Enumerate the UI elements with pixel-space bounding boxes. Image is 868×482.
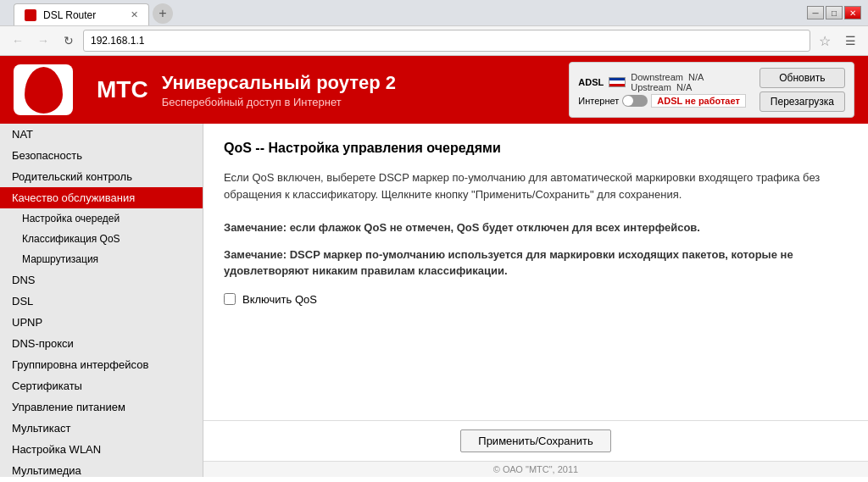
sidebar-item-routing[interactable]: Маршрутизация [0, 249, 203, 269]
adsl-label: ADSL [578, 77, 604, 87]
back-button[interactable]: ← [7, 30, 29, 52]
window-controls: ─ □ ✕ [807, 6, 861, 19]
content-wrapper: NAT Безопасность Родительский контроль К… [0, 124, 868, 477]
active-tab[interactable]: DSL Router ✕ [14, 3, 149, 25]
internet-toggle[interactable] [622, 95, 648, 107]
new-tab-button[interactable]: + [153, 3, 173, 24]
sidebar-item-qos-classify[interactable]: Классификация QoS [0, 229, 203, 249]
bookmark-button[interactable]: ☆ [814, 30, 836, 52]
adsl-row: ADSL Downstream N/A Upstream N/A [578, 72, 746, 92]
status-panel: ADSL Downstream N/A Upstream N/A [569, 62, 854, 118]
tab-close-button[interactable]: ✕ [131, 9, 138, 20]
downstream-label: Downstream [631, 72, 683, 82]
main-wrapper: МТС Универсальный роутер 2 Бесперебойный… [0, 56, 868, 477]
toggle-knob [623, 96, 633, 106]
upstream-value: N/A [676, 82, 692, 92]
qos-enable-checkbox[interactable] [224, 293, 236, 305]
note-2: Замечание: DSCP маркер по-умолчанию испо… [224, 247, 848, 280]
tab-title: DSL Router [43, 9, 96, 21]
sidebar-item-qos[interactable]: Качество обслуживания [0, 187, 203, 208]
forward-button[interactable]: → [32, 30, 54, 52]
downstream-value: N/A [688, 72, 704, 82]
nav-bar: ← → ↻ ☆ ☰ [0, 25, 868, 56]
refresh-button[interactable]: Обновить [760, 68, 845, 88]
page-footer: Применить/Сохранить [203, 420, 868, 461]
adsl-not-working: ADSL не работает [651, 94, 746, 108]
router-header: МТС Универсальный роутер 2 Бесперебойный… [0, 56, 868, 124]
settings-icon[interactable]: ☰ [839, 30, 861, 52]
downstream-block: Downstream N/A Upstream N/A [631, 72, 704, 92]
copyright: © ОАО "МТС", 2011 [203, 461, 868, 477]
sidebar-item-nat[interactable]: NAT [0, 124, 203, 145]
header-title-block: Универсальный роутер 2 Бесперебойный дос… [162, 72, 556, 108]
note-1: Замечание: если флажок QoS не отмечен, Q… [224, 219, 848, 236]
note-2-text: Замечание: DSCP маркер по-умолчанию испо… [224, 248, 793, 278]
minimize-button[interactable]: ─ [807, 6, 824, 19]
brand-name: МТС [97, 76, 148, 103]
sidebar-item-queue-settings[interactable]: Настройка очередей [0, 208, 203, 229]
sidebar-item-dns-proxy[interactable]: DNS-прокси [0, 333, 203, 354]
flag-icon [609, 77, 626, 87]
downstream-row: Downstream N/A [631, 72, 704, 82]
sidebar-item-upnp[interactable]: UPNP [0, 312, 203, 333]
sidebar-item-security[interactable]: Безопасность [0, 145, 203, 166]
close-button[interactable]: ✕ [844, 6, 861, 19]
router-title: Универсальный роутер 2 [162, 72, 556, 94]
refresh-buttons: Обновить Перезагрузка [760, 68, 845, 112]
mts-egg-icon [25, 67, 63, 114]
main-panel: QoS -- Настройка управления очередями Ес… [203, 124, 868, 477]
page-description: Если QoS включен, выберете DSCP маркер п… [224, 169, 848, 202]
upstream-label: Upstream [631, 82, 671, 92]
sidebar-item-grouping[interactable]: Группировна интерфейсов [0, 354, 203, 375]
qos-enable-row: Включить QoS [224, 293, 848, 306]
tab-favicon [25, 9, 36, 21]
reboot-button[interactable]: Перезагрузка [760, 91, 845, 112]
page-title: QoS -- Настройка управления очередями [224, 141, 848, 156]
upstream-row: Upstream N/A [631, 82, 704, 92]
maximize-button[interactable]: □ [826, 6, 843, 19]
page-content: QoS -- Настройка управления очередями Ес… [203, 124, 868, 420]
internet-row: Интернет ADSL не работает [578, 94, 746, 108]
sidebar-item-certs[interactable]: Сертификаты [0, 375, 203, 396]
qos-enable-label[interactable]: Включить QoS [242, 293, 317, 306]
apply-save-button[interactable]: Применить/Сохранить [460, 429, 610, 452]
router-subtitle: Бесперебойный доступ в Интернет [162, 96, 556, 108]
sidebar-item-dsl[interactable]: DSL [0, 291, 203, 312]
sidebar-item-dns[interactable]: DNS [0, 269, 203, 291]
sidebar: NAT Безопасность Родительский контроль К… [0, 124, 203, 477]
sidebar-item-multicast[interactable]: Мультикаст [0, 418, 203, 439]
note-1-text: Замечание: если флажок QoS не отмечен, Q… [224, 221, 700, 234]
adsl-status-block: ADSL Downstream N/A Upstream N/A [578, 72, 746, 108]
sidebar-item-multimedia[interactable]: Мультимедиа [0, 460, 203, 477]
title-bar: DSL Router ✕ + ─ □ ✕ [0, 0, 868, 25]
reload-button[interactable]: ↻ [58, 30, 80, 52]
sidebar-item-power[interactable]: Управление питанием [0, 396, 203, 418]
sidebar-item-wlan[interactable]: Настройка WLAN [0, 439, 203, 460]
mts-logo [14, 64, 73, 115]
browser-window: DSL Router ✕ + ─ □ ✕ ← → ↻ ☆ ☰ [0, 0, 868, 56]
internet-label: Интернет [578, 96, 619, 106]
tab-bar: DSL Router ✕ + [7, 0, 180, 25]
sidebar-item-parental[interactable]: Родительский контроль [0, 166, 203, 187]
address-bar[interactable] [83, 30, 810, 52]
